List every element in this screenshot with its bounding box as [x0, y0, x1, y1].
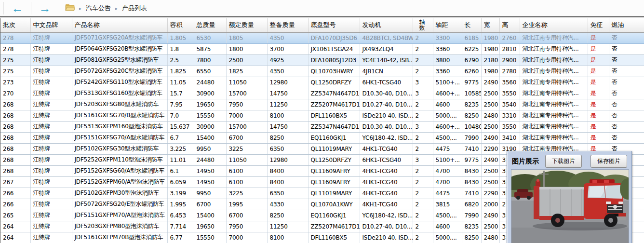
column-header-batch[interactable]: 批次: [0, 18, 30, 32]
table-row[interactable]: 268江特牌JDF5313GXFPM160型泡沫消防车15.6373090015…: [0, 121, 644, 132]
column-header-total_mass[interactable]: 总质量: [194, 18, 226, 32]
table-cell-height: 2810: [499, 43, 520, 54]
column-header-volume[interactable]: 容积: [167, 18, 194, 32]
table-cell-length: 6225: [462, 43, 481, 54]
table-row[interactable]: 268江特牌JDF5161GXFSG70/B型水罐消防车7.0155507000…: [0, 110, 644, 121]
table-cell-rated_mass: 6700: [226, 132, 267, 143]
table-cell-engine: YC4E140-42, ISB...: [360, 54, 413, 66]
table-cell-length: 8430: [462, 165, 481, 176]
table-cell-company: 湖北江南专用特种汽...: [520, 99, 588, 110]
column-header-company[interactable]: 企业名称: [520, 18, 588, 32]
table-cell-length: 8250: [462, 232, 481, 243]
table-row[interactable]: 278江特牌JDF5064GXFSG20B型水罐消防车1.85875180037…: [0, 43, 644, 54]
column-header-length[interactable]: 长: [462, 18, 481, 32]
back-button[interactable]: ←: [4, 0, 31, 16]
table-cell-product_name: JDF5102GXFPM30型泡沫消防车: [72, 188, 167, 199]
column-header-rated_mass[interactable]: 额定质量: [226, 18, 267, 32]
table-cell-brand: 江特牌: [30, 221, 72, 232]
table-cell-brand: 江特牌: [30, 199, 72, 210]
table-cell-tax_exempt: 是: [588, 66, 609, 77]
table-cell-length: 10480: [462, 121, 481, 132]
table-cell-volume: 15.7: [167, 88, 194, 99]
table-cell-product_name: JDF5252GXFPM110型泡沫消防车: [72, 154, 167, 165]
table-cell-curb_mass: 4350: [267, 66, 308, 77]
table-cell-chassis_model: EQ1160GKJ1: [308, 132, 360, 143]
table-cell-total_mass: 6700: [194, 199, 226, 210]
table-cell-batch: 278: [0, 32, 30, 43]
table-cell-brand: 江特牌: [30, 132, 72, 143]
column-header-axle_count[interactable]: 轴数: [413, 18, 433, 32]
forward-arrow-icon: →: [39, 2, 51, 14]
table-cell-width: 2180: [481, 54, 499, 66]
table-cell-axle_count: 2: [413, 54, 433, 66]
table-cell-chassis_model: DFA1080SJ12D3: [308, 54, 360, 66]
table-cell-product_name: JDF5102GXFSG30型水罐消防车: [72, 143, 167, 154]
table-cell-chassis_model: JX1061TSGA24: [308, 43, 360, 54]
table-cell-curb_mass: 14750: [267, 88, 308, 99]
table-cell-brand: 江特牌: [30, 165, 72, 176]
table-cell-rated_mass: 11050: [226, 154, 267, 165]
table-row[interactable]: 275江特牌JDF5072GXFSG20C型水罐消防车1.82565501825…: [0, 66, 644, 77]
table-cell-batch: 268: [0, 143, 30, 154]
column-header-brand[interactable]: 中文品牌: [30, 18, 72, 32]
table-cell-rated_mass: 3225: [226, 188, 267, 199]
folder-icon[interactable]: [65, 3, 75, 13]
forward-button[interactable]: →: [31, 0, 58, 16]
column-header-chassis_model[interactable]: 底盘型号: [308, 18, 360, 32]
table-cell-chassis_model: QL1070A1KWY: [308, 199, 360, 210]
table-cell-volume: 6.7: [167, 132, 194, 143]
table-cell-length: 6260: [462, 66, 481, 77]
table-cell-axle_count: 2: [413, 43, 433, 54]
table-cell-chassis_model: DFL1160BX5: [308, 232, 360, 243]
breadcrumb-item-product-list[interactable]: 产品列表: [122, 4, 147, 13]
table-cell-width: 2500: [481, 99, 499, 110]
table-cell-engine: D10.27-40, D10....: [360, 221, 413, 232]
table-cell-volume: 6.453: [167, 210, 194, 221]
table-cell-brand: 江特牌: [30, 232, 72, 243]
save-image-button[interactable]: 保存图片: [590, 155, 627, 168]
table-cell-rated_mass: 1800: [226, 43, 267, 54]
table-cell-company: 湖北江南专用特种汽...: [520, 77, 588, 88]
table-cell-batch: 264: [0, 232, 30, 243]
table-cell-length: 6790: [462, 54, 481, 66]
table-cell-wheelbase: 3800: [433, 54, 462, 66]
table-cell-engine: YC6J180-42, ISD...: [360, 132, 413, 143]
table-cell-product_name: JDF5203GXFSG80型水罐消防车: [72, 99, 167, 110]
column-header-tax_exempt[interactable]: 免征: [588, 18, 609, 32]
table-row[interactable]: 270江特牌JDF5313GXFSG160型水罐消防车15.7309001570…: [0, 88, 644, 99]
table-cell-volume: 7.95: [167, 99, 194, 110]
table-cell-volume: 7.714: [167, 221, 194, 232]
table-cell-chassis_model: DFL1160BX5: [308, 110, 360, 121]
column-header-fuel[interactable]: 燃油: [609, 18, 644, 32]
table-cell-axle_count: 2: [413, 165, 433, 176]
table-cell-product_name: JDF5152GXFSG60/A型水罐消防车: [72, 165, 167, 176]
column-header-height[interactable]: 高: [499, 18, 520, 32]
table-cell-axle_count: 3: [413, 77, 433, 88]
table-row[interactable]: 268江特牌JDF5151GXFSG70/A型水罐消防车6.7154006700…: [0, 132, 644, 143]
table-cell-width: 1980: [481, 32, 499, 43]
table-cell-chassis_model: ZZ5347N4647D1: [308, 121, 360, 132]
column-header-wheelbase[interactable]: 轴距: [433, 18, 462, 32]
column-header-width[interactable]: 宽: [481, 18, 499, 32]
table-cell-batch: 273: [0, 77, 30, 88]
table-cell-axle_count: 2: [413, 32, 433, 43]
table-cell-batch: 268: [0, 110, 30, 121]
breadcrumb-item-announcement[interactable]: 汽车公告: [86, 4, 111, 13]
table-row[interactable]: 278江特牌JDF5071GXFSG20A型水罐消防车1.80565301805…: [0, 32, 644, 43]
table-row[interactable]: 273江特牌JDF5242GXFSG110型水罐消防车11.0524480110…: [0, 77, 644, 88]
table-row[interactable]: 275江特牌JDF5081GXFSG25型水罐消防车2.578002500492…: [0, 54, 644, 66]
column-header-curb_mass[interactable]: 整备质量: [267, 18, 308, 32]
table-cell-rated_mass: 6700: [226, 210, 267, 221]
table-cell-engine: YC6J180-42, ISD...: [360, 210, 413, 221]
download-image-button[interactable]: 下载图片: [545, 155, 582, 168]
table-cell-rated_mass: 2500: [226, 54, 267, 66]
table-cell-volume: 2.5: [167, 54, 194, 66]
table-cell-rated_mass: 1805: [226, 32, 267, 43]
column-header-engine[interactable]: 发动机: [360, 18, 413, 32]
table-cell-brand: 江特牌: [30, 66, 72, 77]
column-header-product_name[interactable]: 产品名称: [72, 18, 167, 32]
table-row[interactable]: 268江特牌JDF5203GXFSG80型水罐消防车7.951965079501…: [0, 99, 644, 110]
table-cell-tax_exempt: 是: [588, 43, 609, 54]
table-cell-total_mass: 9950: [194, 143, 226, 154]
table-cell-rated_mass: 7950: [226, 99, 267, 110]
